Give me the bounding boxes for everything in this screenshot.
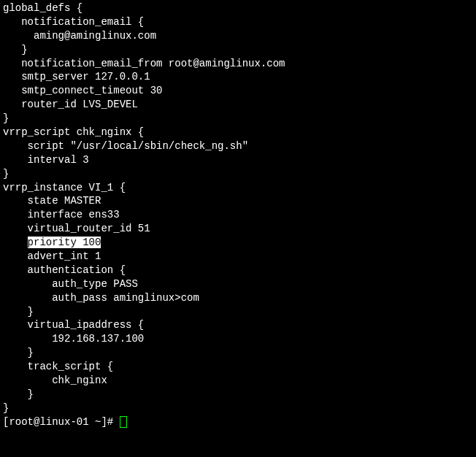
config-line: } [3,402,9,414]
config-line: } [3,168,9,180]
config-line: smtp_connect_timeout 30 [3,85,162,96]
config-line: notification_email { [3,16,144,28]
config-line: interface ens33 [3,209,120,220]
shell-prompt: [root@linux-01 ~]# [3,416,120,428]
config-line: vrrp_script chk_nginx { [3,126,144,138]
config-line: vrrp_instance VI_1 { [3,182,126,193]
highlighted-text: priority 100 [28,237,101,248]
config-line: } [3,306,34,318]
config-line: 192.168.137.100 [3,333,144,345]
config-line: smtp_server 127.0.0.1 [3,71,150,82]
config-line: notification_email_from root@aminglinux.… [3,58,285,69]
config-line: auth_pass aminglinux>com [3,292,199,304]
config-line: } [3,44,28,55]
config-line: chk_nginx [3,375,107,386]
config-line: } [3,347,34,358]
config-line: script "/usr/local/sbin/check_ng.sh" [3,140,248,152]
config-line: auth_type PASS [3,278,138,290]
config-line: } [3,388,34,400]
config-line: interval 3 [3,154,89,166]
config-line: authentication { [3,264,126,276]
config-line: virtual_router_id 51 [3,223,150,234]
config-line: advert_int 1 [3,250,101,262]
config-line-prefix [3,237,28,248]
config-line: virtual_ipaddress { [3,319,144,331]
config-line: } [3,112,9,124]
config-line: aming@aminglinux.com [3,30,156,42]
config-line: router_id LVS_DEVEL [3,99,138,110]
terminal-output: global_defs { notification_email { aming… [3,1,473,429]
config-line: track_script { [3,361,113,372]
config-line: global_defs { [3,2,82,14]
config-line: state MASTER [3,195,101,207]
cursor-icon[interactable] [120,416,127,428]
